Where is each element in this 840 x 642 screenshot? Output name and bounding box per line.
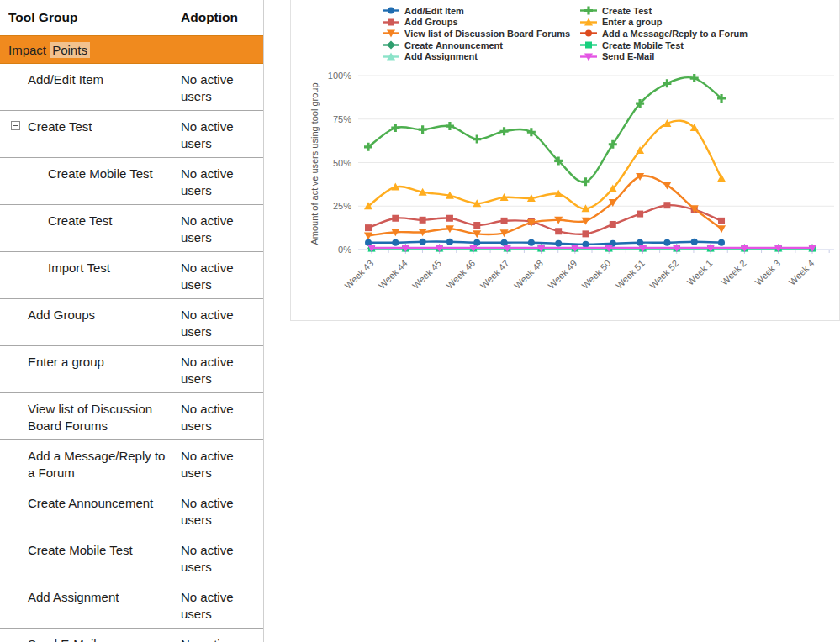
x-axis-tick-label: Week 3 <box>753 258 782 287</box>
legend-item[interactable]: Add Groups <box>382 17 579 29</box>
legend-label: Enter a group <box>602 17 663 27</box>
legend-label: Add a Message/Reply to a Forum <box>602 29 748 39</box>
adoption-value: No active users <box>172 252 252 298</box>
plus-marker <box>581 177 589 186</box>
legend-marker-icon <box>579 6 598 15</box>
square-marker <box>446 215 453 222</box>
table-row[interactable]: Add a Message/Reply to a ForumNo active … <box>0 440 263 487</box>
table-row[interactable]: Create TestNo active users <box>0 205 263 252</box>
x-axis-tick-label: Week 4 <box>787 258 816 287</box>
square-marker <box>420 217 426 224</box>
tool-group-name: Add Groups <box>0 299 172 345</box>
group-row-impact-points[interactable]: Impact Points <box>0 35 263 64</box>
table-row[interactable]: View list of Discussion Board ForumsNo a… <box>0 393 263 440</box>
search-highlight: Points <box>50 42 90 58</box>
table-row[interactable]: Create Mobile TestNo active users <box>0 534 263 581</box>
legend-item[interactable]: Add Assignment <box>382 50 579 62</box>
square-marker <box>501 218 508 224</box>
legend-label: Add/Edit Item <box>404 6 464 16</box>
y-axis-tick-label: 0% <box>338 245 351 255</box>
legend-marker-icon <box>382 6 400 15</box>
legend-label: View list of Discussion Board Forums <box>404 29 570 39</box>
y-axis-tick-label: 25% <box>333 201 351 211</box>
table-row[interactable]: Import TestNo active users <box>0 252 263 299</box>
square-marker <box>663 202 670 208</box>
legend-label: Add Assignment <box>404 51 478 61</box>
legend-label: Create Mobile Test <box>602 40 684 50</box>
legend-marker-icon <box>579 52 598 61</box>
square-marker <box>582 230 589 237</box>
table-row[interactable]: Enter a groupNo active users <box>0 346 263 393</box>
legend-label: Send E-Mail <box>602 51 654 61</box>
x-axis-tick-label: Week 49 <box>546 258 578 291</box>
legend-item[interactable]: Send E-Mail <box>579 50 748 62</box>
column-header-tool-group: Tool Group <box>0 10 181 25</box>
tool-group-name: Create Mobile Test <box>0 158 172 204</box>
x-axis-tick-label: Week 2 <box>719 258 748 287</box>
y-axis-tick-label: 50% <box>333 158 351 168</box>
circle-marker <box>388 8 394 14</box>
tool-group-name: Create Announcement <box>0 487 172 534</box>
x-axis-tick-label: Week 48 <box>512 258 545 291</box>
legend-item[interactable]: Add a Message/Reply to a Forum <box>579 28 748 39</box>
legend-item[interactable]: Add/Edit Item <box>382 5 579 17</box>
legend-column: Add/Edit ItemAdd GroupsView list of Disc… <box>382 5 579 62</box>
table-row[interactable]: Add GroupsNo active users <box>0 299 263 346</box>
legend-item[interactable]: Create Announcement <box>382 39 579 51</box>
legend-item[interactable]: Enter a group <box>579 17 748 29</box>
tool-group-name: Add a Message/Reply to a Forum <box>0 440 172 487</box>
tool-group-name: Create Test <box>0 111 172 157</box>
plus-marker <box>473 135 481 144</box>
table-row[interactable]: Add/Edit ItemNo active users <box>0 64 263 111</box>
x-axis-tick-label: Week 1 <box>685 258 715 287</box>
legend-item[interactable]: Create Test <box>579 5 748 17</box>
table-row[interactable]: Add AssignmentNo active users <box>0 581 263 629</box>
table-row[interactable]: Send E-MailNo active users <box>0 629 263 642</box>
square-marker <box>585 42 592 49</box>
x-axis-tick-label: Week 52 <box>647 258 680 291</box>
legend-label: Create Test <box>602 6 652 16</box>
square-marker <box>555 228 562 234</box>
square-marker <box>392 215 399 222</box>
adoption-value: No active users <box>172 346 252 392</box>
circle-marker <box>446 239 453 245</box>
legend-marker-icon <box>382 29 400 38</box>
legend-marker-icon <box>382 52 400 61</box>
circle-marker <box>691 239 698 245</box>
adoption-chart-card: 0%25%50%75%100%Amount of active users us… <box>290 0 840 321</box>
square-marker <box>365 224 372 231</box>
table-row[interactable]: Create AnnouncementNo active users <box>0 487 263 534</box>
tool-group-name: View list of Discussion Board Forums <box>0 393 172 439</box>
plus-marker <box>584 7 593 15</box>
legend-item[interactable]: View list of Discussion Board Forums <box>382 28 579 39</box>
square-marker <box>637 211 643 218</box>
column-header-adoption: Adoption <box>181 10 263 25</box>
table-row[interactable]: Create TestNo active users <box>0 111 263 158</box>
diamond-marker <box>387 41 395 50</box>
square-marker <box>388 18 394 25</box>
table-row[interactable]: Create Mobile TestNo active users <box>0 158 263 205</box>
adoption-value: No active users <box>172 393 252 439</box>
legend-item[interactable]: Create Mobile Test <box>579 39 748 51</box>
legend-marker-icon <box>382 40 400 50</box>
adoption-value: No active users <box>172 299 252 345</box>
group-row-label: Impact Points <box>8 43 90 57</box>
adoption-value: No active users <box>172 534 252 581</box>
square-marker <box>718 218 725 224</box>
circle-marker <box>663 239 670 246</box>
adoption-value: No active users <box>172 111 252 157</box>
plus-marker <box>663 79 671 87</box>
x-axis-tick-label: Week 43 <box>342 258 375 291</box>
tool-group-name: Send E-Mail <box>0 629 172 642</box>
circle-marker <box>582 241 589 248</box>
x-axis-tick-label: Week 44 <box>377 258 409 291</box>
collapse-expander-icon[interactable] <box>11 121 20 130</box>
table-rows: Add/Edit ItemNo active usersCreate TestN… <box>0 64 263 642</box>
tool-group-name: Create Mobile Test <box>0 534 172 581</box>
table-header: Tool Group Adoption <box>0 0 263 35</box>
legend-column: Create TestEnter a groupAdd a Message/Re… <box>579 5 748 62</box>
adoption-value: No active users <box>172 440 252 487</box>
plus-marker <box>391 124 399 132</box>
circle-marker <box>392 239 399 246</box>
plus-marker <box>419 125 427 134</box>
